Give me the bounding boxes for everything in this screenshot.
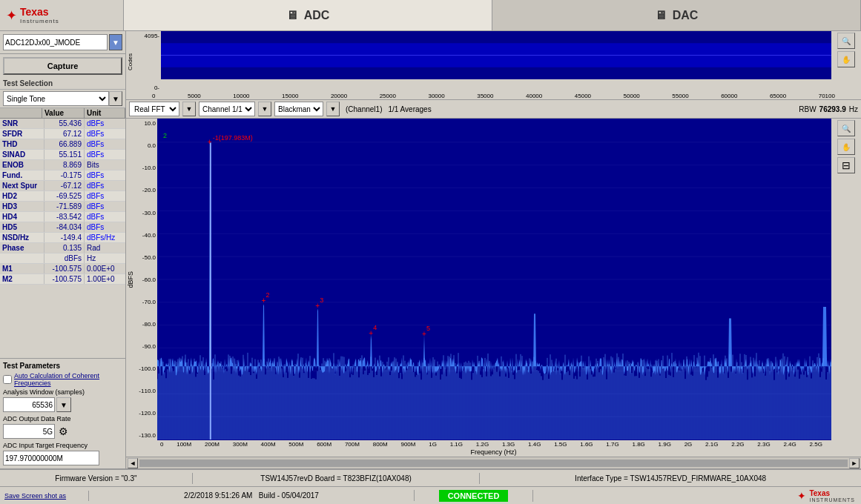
svg-text:+: + [369, 329, 373, 337]
fft-pan[interactable]: ✋ [837, 139, 855, 155]
metrics-table: Value Unit SNR 55.436 dBFs SFDR 67.12 dB… [0, 108, 125, 358]
svg-text:+: + [208, 139, 212, 147]
metric-row: SINAD 55.151 dBFs [0, 150, 125, 160]
window-arrow[interactable]: ▼ [326, 102, 340, 116]
metric-row: Phase 0.135 Rad [0, 243, 125, 253]
mode-dropdown[interactable] [3, 34, 108, 50]
fft-x-label: 2.3G [757, 441, 770, 448]
metric-value: -100.575 [44, 274, 85, 284]
fft-x-label: 1.3G [502, 441, 515, 448]
fft-x-label: 2.2G [731, 441, 744, 448]
analysis-row: ▼ [3, 397, 122, 412]
test-dropdown-arrow[interactable]: ▼ [109, 91, 122, 106]
dac-label: DAC [673, 9, 699, 22]
adc-label: ADC [304, 9, 330, 22]
scroll-left-btn[interactable]: ◄ [128, 458, 138, 468]
metric-value: 55.436 [44, 119, 85, 128]
metric-row: Fund. -0.175 dBFs [0, 170, 125, 181]
auto-calc-checkbox[interactable] [3, 375, 12, 384]
fft-zoom-fit[interactable]: 🔍 [837, 120, 855, 136]
mode-selector-row: ▼ [0, 31, 125, 54]
save-screenshot-label[interactable]: Save Screen shot as [0, 491, 89, 501]
hz-label: Hz [849, 105, 858, 113]
metric-row: SFDR 67.12 dBFs [0, 129, 125, 139]
metric-unit: dBFs [85, 139, 125, 149]
svg-text:-1(197.983M): -1(197.983M) [213, 135, 253, 142]
scroll-track[interactable] [139, 460, 848, 467]
metric-unit: dBFs [85, 222, 125, 232]
main-content: ▼ Capture Test Selection Single Tone ▼ V… [0, 31, 861, 468]
fft-y-tick: -60.0 [142, 276, 156, 283]
fft-y-tick: -10.0 [142, 165, 156, 171]
metric-header-name [0, 108, 42, 118]
test-dropdown-row: Single Tone ▼ [0, 90, 125, 108]
svg-text:5: 5 [426, 325, 430, 332]
metric-name: SINAD [0, 150, 44, 159]
fft-y-ticks: 10.00.0-10.0-20.0-30.0-40.0-50.0-60.0-70… [135, 119, 157, 440]
fft-right-tools: 🔍 ✋ ⊟ [831, 119, 861, 440]
connected-area: CONNECTED [415, 490, 533, 502]
metric-value: -84.034 [44, 222, 85, 232]
freq-input[interactable] [3, 451, 99, 465]
metric-row: HD5 -84.034 dBFs [0, 222, 125, 233]
metric-name: HD2 [0, 191, 44, 201]
codes-right-tools: 🔍 ✋ [831, 31, 861, 93]
tab-adc[interactable]: 🖥 ADC [124, 0, 492, 30]
rbw-label: RBW [799, 105, 816, 113]
metric-name: HD4 [0, 212, 44, 222]
channel-select[interactable]: Channel 1/1 [199, 102, 255, 116]
svg-text:+: + [422, 330, 426, 338]
codes-plot [161, 31, 831, 79]
capture-button[interactable]: Capture [3, 57, 122, 75]
fft-x-label: 0 [160, 441, 163, 448]
metric-row: HD2 -69.525 dBFs [0, 191, 125, 202]
metric-unit: dBFs [85, 202, 125, 211]
rbw-value: 76293.9 [819, 105, 846, 113]
fft-y-tick: -100.0 [139, 365, 156, 372]
metric-name: ENOB [0, 160, 44, 170]
fft-x-label: 1.7G [606, 441, 618, 448]
test-type-dropdown[interactable]: Single Tone [3, 91, 109, 106]
metric-row: M2 -100.575 1.00E+0 [0, 274, 125, 285]
fft-x-label: 100M [177, 441, 191, 448]
fft-x-label: 1.2G [476, 441, 489, 448]
metric-name: Phase [0, 243, 44, 253]
freq-label: ADC Input Target Frequency [3, 442, 122, 449]
test-params-title: Test Parameters [3, 362, 122, 370]
codes-pan[interactable]: ✋ [837, 51, 855, 67]
analysis-input[interactable] [3, 397, 55, 412]
metric-row: Next Spur -67.12 dBFs [0, 181, 125, 191]
connected-badge: CONNECTED [439, 490, 509, 502]
tab-dac[interactable]: 🖥 DAC [492, 0, 861, 30]
fft-x-label: 1G [429, 441, 437, 448]
channel-arrow[interactable]: ▼ [258, 102, 271, 116]
fft-type-select[interactable]: Real FFT [129, 102, 179, 116]
analysis-dropdown[interactable]: ▼ [56, 397, 71, 412]
mode-dropdown-arrow[interactable]: ▼ [109, 34, 122, 50]
fft-type-arrow[interactable]: ▼ [182, 102, 196, 116]
metric-unit: dBFs [85, 191, 125, 201]
metrics-header: Value Unit [0, 108, 125, 119]
codes-zoom-fit[interactable]: 🔍 [837, 33, 855, 49]
scroll-right-btn[interactable]: ► [849, 458, 860, 468]
codes-y-axis-label: Codes [126, 31, 135, 93]
fft-y-tick: -80.0 [142, 321, 156, 328]
metric-name: NSD/Hz [0, 233, 44, 242]
fft-x-label: 1.9G [659, 441, 671, 448]
data-rate-input[interactable] [3, 424, 55, 439]
fft-y-axis-label: dBFS [126, 119, 135, 440]
auto-calc-label[interactable]: Auto Calculation of Coherent Frequencies [14, 372, 122, 387]
metric-unit: dBFs/Hz [85, 233, 125, 242]
fft-y-tick: -40.0 [142, 232, 156, 239]
gear-icon[interactable]: ⚙ [56, 425, 70, 438]
fft-zoom-out[interactable]: ⊟ [837, 157, 855, 173]
ti-tagline: Instruments [20, 18, 59, 24]
metric-header-value: Value [42, 108, 85, 118]
metric-name: HD3 [0, 202, 44, 211]
test-selection-label: Test Selection [0, 78, 125, 90]
fft-y-tick: -70.0 [142, 299, 156, 305]
codes-section: Codes 4095- 0- [126, 31, 861, 100]
fft-x-labels: 0100M200M300M400M500M600M700M800M900M1G1… [126, 440, 861, 448]
window-select[interactable]: Blackman [274, 102, 323, 116]
codes-chart-tools: 🔍 ✋ [161, 31, 861, 93]
